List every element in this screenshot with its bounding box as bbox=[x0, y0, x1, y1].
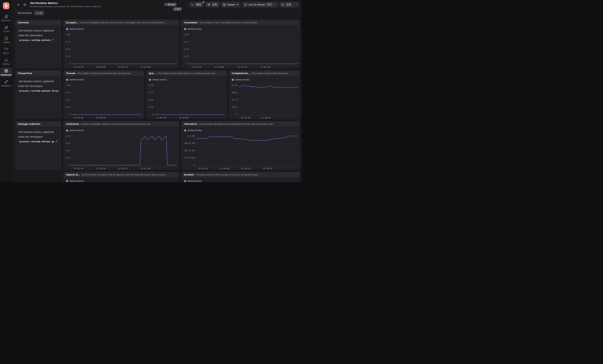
svg-text:1.23: 1.23 bbox=[66, 135, 70, 137]
chart-completed[interactable]: 67.5050.6233.7516.87012:32:4512:38:00 bbox=[229, 82, 300, 119]
svg-text:0.25: 0.25 bbox=[184, 55, 188, 57]
svg-text:12:39:15: 12:39:15 bbox=[237, 66, 247, 68]
panel-thread_pool: Thread Pool.Net Runtime metrics capt0ure… bbox=[15, 70, 61, 119]
chart-legend[interactable]: dotnet-service bbox=[182, 127, 300, 133]
legend-swatch-icon bbox=[184, 28, 186, 30]
sidebar-item-label: Alerting bbox=[3, 63, 10, 65]
chart-assemblies[interactable]: 1.000.750.500.25012:32:4512:36:0012:39:1… bbox=[182, 31, 300, 68]
sidebar-item-logging[interactable]: Logging bbox=[0, 35, 12, 44]
svg-text:0.61: 0.61 bbox=[66, 149, 70, 152]
svg-text:12:38:00: 12:38:00 bbox=[179, 117, 188, 119]
panel-description: Count of exceptions that have been throw… bbox=[80, 21, 177, 24]
sidebar-item-metrics[interactable]: Metrics bbox=[0, 46, 12, 55]
panel-title: Thread Pool bbox=[18, 72, 32, 75]
chart-legend[interactable]: dotnet-service bbox=[182, 177, 300, 182]
panel-header[interactable]: Overview bbox=[16, 20, 61, 25]
panel-header[interactable]: Garbage Collection bbox=[16, 121, 61, 127]
chart-queue[interactable]: 1.000.750.500.25012:32:4512:38:00 bbox=[147, 82, 227, 119]
favorite-star-button[interactable] bbox=[23, 3, 26, 6]
panel-header[interactable]: Thread Pool bbox=[16, 71, 61, 76]
legend-swatch-icon bbox=[149, 79, 151, 81]
time-shortcut-badge: ⇧ T bbox=[266, 3, 272, 6]
panel-title: Exceptio... bbox=[66, 21, 78, 24]
view-select-button[interactable]: Default bbox=[221, 2, 241, 7]
caret-down-icon bbox=[236, 3, 239, 6]
command-shortcut-badge: ⌘ K bbox=[196, 3, 202, 6]
chart-legend[interactable]: dotnet-service bbox=[64, 25, 179, 31]
line-chart: 1.000.750.500.25012:32:4512:36:0012:39:1… bbox=[182, 31, 300, 68]
svg-text:279.94 KB: 279.94 KB bbox=[184, 157, 195, 159]
present-button[interactable]: ⌘ Enter ⇧ ⌘ F bbox=[164, 3, 184, 6]
sidebar-item-integrations[interactable]: Integrations bbox=[0, 78, 12, 88]
svg-text:1.12 MB: 1.12 MB bbox=[187, 135, 195, 137]
panel-header[interactable]: ThreadsThe number of thread pool threads… bbox=[64, 71, 144, 76]
chart-legend[interactable]: dotnet-service bbox=[64, 177, 179, 182]
panel-title: Que... bbox=[149, 72, 156, 75]
svg-text:1.00: 1.00 bbox=[66, 84, 70, 86]
panel-header[interactable]: DurationThe total amount of time paused … bbox=[182, 172, 300, 177]
explore-button[interactable]: ⇧ E bbox=[205, 2, 220, 7]
panel-header[interactable]: Objects Si...Count of bytes currently in… bbox=[64, 172, 179, 177]
svg-text:0.75: 0.75 bbox=[184, 41, 188, 43]
panel-garbage: Garbage Collection.Net Runtime metrics c… bbox=[15, 121, 61, 169]
panel-header[interactable]: Completed Ite...The number of work items… bbox=[229, 71, 300, 76]
sidebar-item-tracing[interactable]: Tracing bbox=[0, 24, 12, 34]
chart-legend[interactable]: dotnet-service bbox=[64, 127, 179, 133]
panel-title: Duration bbox=[184, 173, 194, 176]
svg-text:12:42:30: 12:42:30 bbox=[263, 167, 272, 169]
line-chart: 1.000.750.500.25012:32:4512:38:00 bbox=[147, 82, 227, 119]
sidebar-item-alerting[interactable]: Alerting bbox=[0, 57, 12, 66]
building-icon bbox=[4, 4, 8, 8]
page-title: .Net Runtime Metrics bbox=[30, 1, 101, 5]
svg-text:0.31: 0.31 bbox=[66, 157, 70, 159]
svg-text:0: 0 bbox=[69, 164, 70, 166]
sidebar-item-label: Integrations bbox=[1, 85, 11, 87]
chevron-down-icon[interactable] bbox=[295, 3, 298, 6]
command-palette-button[interactable]: ⌘ K bbox=[189, 2, 204, 7]
chart-legend[interactable]: dotnet-service bbox=[229, 76, 300, 82]
refresh-button[interactable]: ⇧ R bbox=[279, 2, 299, 7]
panel-header[interactable]: CollectionsNumber of garbage collections… bbox=[64, 121, 179, 127]
svg-text:0.25: 0.25 bbox=[66, 55, 70, 57]
panel-title: Allocations bbox=[184, 123, 197, 125]
chart-collections[interactable]: 1.230.920.610.31012:32:4512:36:0012:39:1… bbox=[64, 133, 179, 169]
panel-queue: Que...The number of work items that are … bbox=[146, 70, 227, 119]
chart-exceptions[interactable]: 1.000.750.500.25012:32:4512:36:0012:39:1… bbox=[64, 31, 179, 68]
svg-text:0.92: 0.92 bbox=[66, 142, 70, 144]
panel-title: Assemblies bbox=[184, 21, 198, 24]
svg-text:12:32:45: 12:32:45 bbox=[198, 167, 208, 169]
chart-legend[interactable]: dotnet-service bbox=[182, 25, 300, 31]
time-range-button[interactable]: Last 15 minutes ⇧ T bbox=[242, 2, 278, 7]
page-subtitle: Visualizes the semantic conventions for … bbox=[30, 5, 101, 8]
chart-legend[interactable]: dotnet-service bbox=[64, 76, 144, 82]
panel-header[interactable]: Exceptio...Count of exceptions that have… bbox=[64, 20, 179, 25]
sidebar-item-dashboards[interactable]: Dashboards bbox=[0, 67, 12, 77]
svg-text:12:36:00: 12:36:00 bbox=[214, 66, 224, 68]
svg-text:0.75: 0.75 bbox=[66, 41, 70, 43]
svg-text:12:38:00: 12:38:00 bbox=[261, 117, 271, 119]
svg-text:0.25: 0.25 bbox=[149, 106, 153, 108]
search-shortcut-badge: ⇧ ⌘ F bbox=[173, 7, 182, 11]
panel-header[interactable]: AssembliesThe number of .NET assemblies … bbox=[182, 20, 300, 25]
chart-legend[interactable]: dotnet-service bbox=[147, 76, 227, 82]
panel-header[interactable]: Que...The number of work items that are … bbox=[147, 71, 227, 76]
chart-allocations[interactable]: 1.12 MB839.81 KB559.87 KB279.94 KB012:32… bbox=[182, 133, 300, 169]
panel-exceptions: Exceptio...Count of exceptions that have… bbox=[63, 20, 179, 68]
back-button[interactable] bbox=[17, 3, 20, 6]
app-logo[interactable] bbox=[3, 2, 10, 9]
legend-label: dotnet-service bbox=[70, 28, 84, 30]
metrics-icon bbox=[4, 47, 8, 51]
panel-header[interactable]: AllocationsCount of bytes allocated on t… bbox=[182, 121, 300, 127]
layers-icon bbox=[223, 3, 226, 6]
legend-label: dotnet-service bbox=[188, 180, 202, 182]
chart-threads[interactable]: 1.000.750.500.25012:32:4512:38:00 bbox=[64, 82, 144, 119]
svg-text:50.62: 50.62 bbox=[232, 91, 237, 94]
svg-text:12:36:00: 12:36:00 bbox=[96, 66, 105, 68]
svg-text:0.75: 0.75 bbox=[66, 91, 70, 94]
resources-icon bbox=[4, 15, 8, 19]
sidebar-nav: ResourcesTracingLoggingMetricsAlertingDa… bbox=[0, 13, 12, 88]
svg-text:33.75: 33.75 bbox=[232, 99, 237, 101]
sidebar-item-resources[interactable]: Resources bbox=[0, 13, 12, 23]
panel-description: Count of bytes allocated on the managed … bbox=[199, 123, 297, 125]
svg-text:0: 0 bbox=[194, 164, 195, 166]
